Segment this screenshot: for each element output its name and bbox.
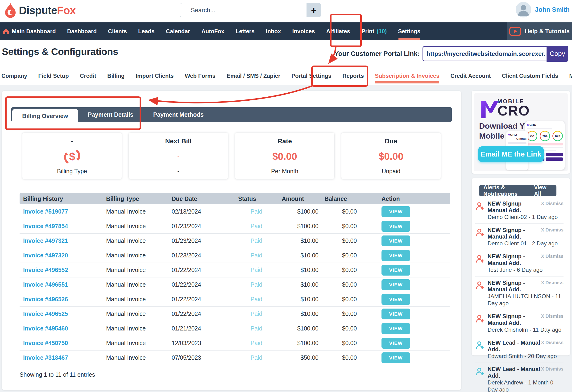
view-button[interactable]: VIEW xyxy=(381,206,410,217)
search-input[interactable] xyxy=(180,3,306,17)
phone-mockup-large: MCRO 751 764 623 xyxy=(525,121,565,170)
balance-cell: $0.00 xyxy=(321,223,378,230)
copy-button[interactable]: Copy xyxy=(547,46,568,62)
status-cell: Paid xyxy=(235,311,278,317)
invoice-link[interactable]: Invoice #497854 xyxy=(20,223,103,230)
billing-type-cell: Manual Invoice xyxy=(103,223,168,230)
billing-tab[interactable]: Payment Details xyxy=(78,107,143,122)
title-row: Settings & Configurations Your Customer … xyxy=(0,40,572,67)
settings-tab[interactable]: Import Clients xyxy=(136,67,174,85)
dismiss-button[interactable]: X Dismiss xyxy=(541,280,564,293)
mobile-app-promo: MOBILE CRO Download YOUR Mobile App MCRO… xyxy=(472,91,570,174)
nav-item[interactable]: Clients xyxy=(108,22,127,40)
email-link-button[interactable]: Email ME the Link xyxy=(478,146,544,162)
invoice-link[interactable]: Invoice #496525 xyxy=(20,311,103,317)
person-add-icon xyxy=(475,254,485,264)
settings-tab[interactable]: Portal Settings xyxy=(291,67,331,85)
balance-cell: $0.00 xyxy=(321,281,378,288)
view-button[interactable]: VIEW xyxy=(381,279,410,290)
billing-type-cell: Manual Invoice xyxy=(103,237,168,244)
nav-items: Main Dashboard Dashboard Clients xyxy=(0,22,420,40)
amount-cell: $10.00 xyxy=(278,237,321,244)
due-date-cell: 01/22/2024 xyxy=(168,296,235,303)
invoice-link[interactable]: Invoice #318467 xyxy=(20,354,103,361)
billing-tab[interactable]: Payment Methods xyxy=(143,107,214,122)
promo-banner: MOBILE CRO Download YOUR Mobile App MCRO… xyxy=(474,93,568,171)
settings-tab[interactable]: Reports xyxy=(342,67,364,85)
view-button[interactable]: VIEW xyxy=(381,235,410,246)
nav-item[interactable]: Main Dashboard xyxy=(2,22,56,40)
amount-cell: $100.00 xyxy=(278,325,321,332)
settings-tab[interactable]: MeetFox Appt Booking xyxy=(569,67,572,85)
nav-item[interactable]: Invoices xyxy=(292,22,315,40)
nav-item[interactable]: Calendar xyxy=(166,22,190,40)
invoice-link[interactable]: Invoice #519077 xyxy=(20,208,103,215)
main-nav: Main Dashboard Dashboard Clients xyxy=(0,22,572,40)
settings-tab[interactable]: Credit xyxy=(80,67,96,85)
view-button[interactable]: VIEW xyxy=(381,294,410,305)
mcro-logo: MOBILE CRO xyxy=(479,98,530,120)
view-button[interactable]: VIEW xyxy=(381,309,410,319)
settings-tab[interactable]: Credit Account xyxy=(450,67,491,85)
settings-tab[interactable]: Company xyxy=(1,67,27,85)
add-button[interactable]: + xyxy=(306,3,321,17)
alert-item: NEW Signup - Manual Add. X Dismiss JAMEL… xyxy=(475,277,564,310)
disputefox-logo[interactable]: DisputeFox xyxy=(4,2,76,19)
settings-tab[interactable]: Web Forms xyxy=(185,67,216,85)
view-button[interactable]: VIEW xyxy=(381,323,410,334)
due-date-cell: 12/03/2023 xyxy=(168,340,235,346)
settings-tab[interactable]: Field Setup xyxy=(38,67,69,85)
settings-tab[interactable]: Subscription & Invoices xyxy=(375,67,439,85)
billing-type-cell: Manual Invoice xyxy=(103,354,168,361)
billing-type-cell: Manual Invoice xyxy=(103,340,168,346)
user-avatar[interactable] xyxy=(516,2,531,17)
top-header: DisputeFox + John Smith xyxy=(0,0,572,22)
invoice-link[interactable]: Invoice #496552 xyxy=(20,267,103,273)
invoice-link[interactable]: Invoice #450750 xyxy=(20,340,103,346)
nav-item[interactable]: Leads xyxy=(138,22,154,40)
status-cell: Paid xyxy=(235,296,278,303)
view-all-link[interactable]: View All xyxy=(534,184,552,197)
alert-item: NEW Signup - Manual Add. X Dismiss Derek… xyxy=(475,310,564,336)
help-tutorials-button[interactable]: Help & Tutorials xyxy=(507,22,572,40)
dismiss-button[interactable]: X Dismiss xyxy=(541,253,564,266)
nav-item[interactable]: Dashboard xyxy=(67,22,97,40)
amount-cell: $10.00 xyxy=(278,281,321,288)
brand-text: DisputeFox xyxy=(19,4,76,17)
dismiss-button[interactable]: X Dismiss xyxy=(541,366,564,379)
balance-cell: $0.00 xyxy=(321,311,378,317)
user-name[interactable]: John Smith xyxy=(535,6,570,14)
nav-item[interactable]: Print (10) xyxy=(362,22,387,40)
view-button[interactable]: VIEW xyxy=(381,250,410,261)
billing-type-cell: Manual Invoice xyxy=(103,281,168,288)
nav-item[interactable]: Settings xyxy=(398,22,420,40)
billing-tab[interactable]: Billing Overview xyxy=(12,109,78,125)
billing-tabs-bar: Billing Overview Payment Details Payment… xyxy=(11,107,452,122)
nav-item[interactable]: AutoFox xyxy=(201,22,224,40)
svg-text:$: $ xyxy=(69,150,75,163)
view-button[interactable]: VIEW xyxy=(381,352,410,363)
settings-tab[interactable]: Client Custom Fields xyxy=(502,67,558,85)
settings-tab[interactable]: Billing xyxy=(107,67,125,85)
view-button[interactable]: VIEW xyxy=(381,221,410,232)
settings-tab[interactable]: Email / SMS / Zapier xyxy=(227,67,280,85)
dismiss-button[interactable]: X Dismiss xyxy=(541,339,564,353)
nav-item[interactable]: Affiliates xyxy=(326,22,350,40)
view-button[interactable]: VIEW xyxy=(381,338,410,349)
nav-item[interactable]: Letters xyxy=(236,22,254,40)
invoice-link[interactable]: Invoice #497320 xyxy=(20,252,103,259)
dismiss-button[interactable]: X Dismiss xyxy=(541,200,564,214)
invoice-link[interactable]: Invoice #496526 xyxy=(20,296,103,303)
portal-url-input[interactable] xyxy=(423,46,547,61)
person-add-icon xyxy=(475,367,485,376)
invoice-link[interactable]: Invoice #495460 xyxy=(20,325,103,332)
view-button[interactable]: VIEW xyxy=(381,265,410,276)
dismiss-button[interactable]: X Dismiss xyxy=(541,227,564,240)
dismiss-button[interactable]: X Dismiss xyxy=(541,313,564,326)
nav-item[interactable]: Inbox xyxy=(266,22,281,40)
invoice-link[interactable]: Invoice #497321 xyxy=(20,237,103,244)
balance-cell: $0.00 xyxy=(321,354,378,361)
balance-cell: $0.00 xyxy=(321,325,378,332)
invoice-link[interactable]: Invoice #496551 xyxy=(20,281,103,288)
table-row: Invoice #318467 Manual Invoice 07/05/202… xyxy=(20,350,450,365)
